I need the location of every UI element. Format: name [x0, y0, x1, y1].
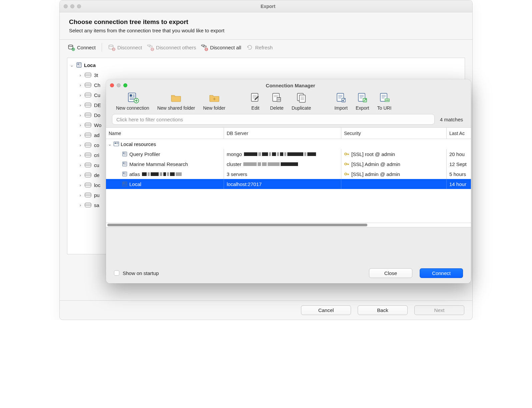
database-icon — [85, 153, 91, 157]
chevron-right-icon[interactable]: › — [78, 153, 83, 158]
matches-label: 4 matches — [440, 117, 465, 122]
refresh-label: Refresh — [255, 45, 273, 50]
svg-rect-19 — [299, 95, 305, 102]
scrollbar-thumb[interactable] — [107, 224, 367, 226]
chevron-down-icon[interactable]: ⌄ — [107, 142, 112, 147]
col-name[interactable]: Name — [106, 128, 224, 139]
export-button[interactable]: Export — [352, 92, 373, 111]
connect-icon — [68, 44, 75, 51]
delete-button[interactable]: Delete — [266, 92, 287, 111]
tree-root[interactable]: ⌄ Loca — [69, 60, 465, 70]
chevron-right-icon[interactable]: › — [78, 103, 83, 108]
col-last-access[interactable]: Last Ac — [447, 128, 471, 139]
new-folder-button[interactable]: New folder — [199, 92, 229, 111]
close-button[interactable]: Close — [369, 268, 412, 278]
tree-item-label: cu — [94, 162, 99, 168]
group-row[interactable]: ⌄Local resources — [106, 139, 471, 149]
duplicate-button[interactable]: Duplicate — [288, 92, 315, 111]
duplicate-label: Duplicate — [292, 105, 311, 111]
col-db-server[interactable]: DB Server — [224, 128, 341, 139]
row-security: [SSL] Admin @ admin — [351, 161, 400, 167]
new-folder-icon — [208, 92, 221, 103]
connection-icon — [122, 151, 127, 157]
chevron-right-icon[interactable]: › — [78, 163, 83, 168]
database-icon — [85, 203, 91, 207]
row-db: localhost:27017 — [227, 181, 262, 187]
chevron-down-icon[interactable]: ⌄ — [69, 63, 74, 68]
chevron-right-icon[interactable]: › — [78, 203, 83, 208]
duplicate-icon — [295, 92, 308, 103]
row-name: atlas — [129, 171, 140, 177]
horizontal-scrollbar[interactable] — [106, 223, 471, 227]
row-db: mongo — [227, 151, 242, 157]
chevron-right-icon[interactable]: › — [78, 73, 83, 78]
traffic-close-icon[interactable] — [64, 4, 68, 8]
edit-button[interactable]: Edit — [245, 92, 266, 111]
show-on-startup-checkbox[interactable] — [114, 270, 119, 276]
import-label: Import — [334, 105, 348, 111]
disconnect-others-action[interactable]: Disconnect others — [147, 44, 196, 51]
export-toolbar: Connect Disconnect Disconnect others Dis — [60, 40, 472, 54]
database-icon — [85, 183, 91, 187]
table-row[interactable]: Marine Mammal Researchcluster [SSL] Admi… — [106, 159, 471, 169]
svg-point-2 — [109, 45, 113, 47]
new-shared-folder-button[interactable]: New shared folder — [153, 92, 199, 111]
export-subheading: Select any items from the connection tre… — [69, 28, 463, 33]
table-row[interactable]: atlas 3 servers[SSL] admin @ admin5 hour… — [106, 169, 471, 179]
svg-rect-33 — [123, 162, 127, 166]
disconnect-all-action[interactable]: Disconnect all — [201, 44, 241, 51]
svg-point-0 — [69, 45, 73, 47]
chevron-right-icon[interactable]: › — [78, 113, 83, 118]
refresh-action[interactable]: Refresh — [246, 44, 273, 51]
tree-item-label: Cu — [94, 92, 100, 98]
connections-table: Name DB Server Security Last Ac ⌄Local r… — [106, 127, 471, 227]
chevron-right-icon[interactable]: › — [78, 183, 83, 188]
export-header: Choose connection tree items to export S… — [60, 12, 472, 39]
row-name: Query Profiler — [129, 151, 160, 157]
tree-item-label: sa — [94, 202, 99, 208]
table-row[interactable]: Query Profilermongo [SSL] root @ admin20… — [106, 149, 471, 159]
chevron-right-icon[interactable]: › — [78, 193, 83, 198]
export-titlebar: Export — [60, 0, 472, 12]
disconnect-action[interactable]: Disconnect — [108, 44, 142, 51]
database-icon — [85, 123, 91, 127]
database-icon — [85, 133, 91, 137]
connection-manager-dialog: Connection Manager New connection New sh… — [106, 79, 471, 283]
disconnect-label: Disconnect — [117, 45, 142, 50]
row-last: 5 hours — [449, 171, 466, 177]
chevron-right-icon[interactable]: › — [78, 93, 83, 98]
next-button[interactable]: Next — [414, 305, 464, 315]
chevron-right-icon[interactable]: › — [78, 83, 83, 88]
new-connection-button[interactable]: New connection — [112, 92, 153, 111]
svg-text:URI: URI — [385, 99, 389, 101]
col-security[interactable]: Security — [341, 128, 447, 139]
to-uri-button[interactable]: URI To URI — [373, 92, 395, 111]
cm-titlebar: Connection Manager — [106, 79, 471, 91]
cancel-button[interactable]: Cancel — [301, 305, 351, 315]
row-security: [SSL] root @ admin — [351, 151, 395, 157]
export-window-title: Export — [68, 4, 468, 9]
new-connection-label: New connection — [116, 105, 149, 111]
dialog-close-icon[interactable] — [110, 83, 114, 87]
connect-button[interactable]: Connect — [420, 268, 463, 278]
chevron-right-icon[interactable]: › — [78, 123, 83, 128]
import-button[interactable]: Import — [330, 92, 352, 111]
connect-action[interactable]: Connect — [68, 44, 96, 51]
chevron-right-icon[interactable]: › — [78, 173, 83, 178]
toolbar-separator — [102, 43, 102, 52]
to-uri-label: To URI — [377, 105, 391, 111]
svg-rect-34 — [123, 163, 125, 164]
table-row[interactable]: Locallocalhost:2701714 hour — [106, 179, 471, 189]
new-connection-icon — [126, 92, 139, 103]
tree-root-label: Loca — [84, 62, 96, 68]
chevron-right-icon[interactable]: › — [78, 143, 83, 148]
row-last: 14 hour — [449, 181, 466, 187]
filter-input[interactable]: Click here to filter connections — [112, 114, 435, 125]
tree-item[interactable]: ›3t — [69, 70, 465, 80]
edit-icon — [249, 92, 262, 103]
delete-icon — [270, 92, 283, 103]
back-button[interactable]: Back — [358, 305, 408, 315]
chevron-right-icon[interactable]: › — [78, 133, 83, 138]
svg-rect-36 — [123, 172, 127, 176]
svg-rect-13 — [130, 94, 132, 97]
